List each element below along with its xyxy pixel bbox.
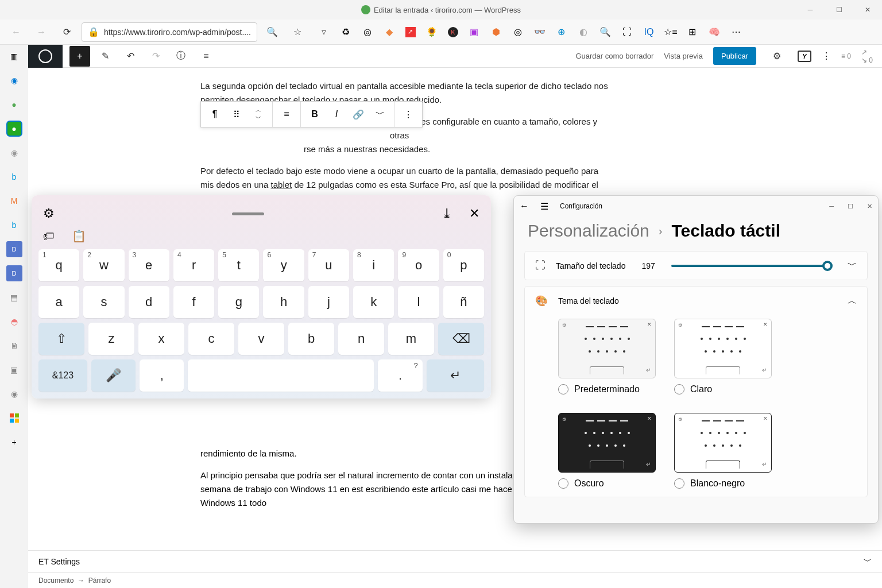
settings-back-icon[interactable]: ← — [520, 201, 529, 211]
tab-6-icon[interactable]: M — [6, 193, 22, 209]
theme-white-black[interactable]: ⚙✕ ↵ Blanco-negro — [674, 413, 772, 489]
undo-button[interactable]: ↶ — [120, 46, 141, 67]
key-a[interactable]: a — [38, 286, 79, 318]
key-u[interactable]: 7u — [308, 249, 349, 281]
key-q[interactable]: 1q — [38, 249, 79, 281]
key-comma[interactable]: , — [140, 359, 184, 392]
tabs-toggle-icon[interactable]: ▥ — [6, 48, 22, 64]
key-o[interactable]: 9o — [398, 249, 439, 281]
paragraph-type-icon[interactable]: ¶ — [206, 105, 224, 123]
expand-chevron-icon[interactable]: ﹀ — [848, 260, 857, 272]
more-options-icon[interactable]: ⋮ — [822, 51, 831, 61]
settings-maximize-button[interactable]: ☐ — [848, 203, 853, 210]
key-c[interactable]: c — [188, 323, 234, 355]
tab-12-icon[interactable]: 🗎 — [6, 338, 22, 354]
key-period[interactable]: ?. — [378, 359, 422, 392]
wp-logo[interactable] — [28, 45, 63, 68]
theme-default[interactable]: ⚙✕ ↵ Predeterminado — [558, 319, 656, 394]
extensions-icon[interactable]: ⊞ — [687, 26, 698, 38]
key-s[interactable]: s — [83, 286, 124, 318]
key-g[interactable]: g — [218, 286, 259, 318]
key-symnum[interactable]: &123 — [38, 359, 87, 392]
pocket-icon[interactable]: ▿ — [318, 26, 330, 38]
tab-13-icon[interactable]: ▣ — [6, 362, 22, 378]
new-tab-button[interactable]: + — [6, 434, 22, 450]
edit-tool-icon[interactable]: ✎ — [95, 46, 115, 67]
key-e[interactable]: 3e — [129, 249, 169, 281]
keyboard-close-icon[interactable]: ✕ — [469, 206, 479, 221]
recycle-icon[interactable]: ♻ — [340, 26, 351, 38]
preview-button[interactable]: Vista previa — [664, 52, 703, 60]
slider-thumb[interactable] — [822, 261, 833, 271]
collapse-chevron-icon[interactable]: ︿ — [848, 295, 857, 307]
key-i[interactable]: 8i — [353, 249, 394, 281]
close-button[interactable]: ✕ — [853, 0, 882, 20]
ext-icon-1[interactable]: ◎ — [362, 26, 373, 38]
bold-button[interactable]: B — [305, 105, 324, 123]
ext-icon-12[interactable]: 🔍 — [599, 26, 611, 38]
key-enter[interactable]: ↵ — [427, 359, 484, 392]
tab-10-icon[interactable]: ▤ — [6, 289, 22, 305]
yoast-icon[interactable]: Y — [798, 51, 811, 62]
maximize-button[interactable]: ☐ — [825, 0, 853, 20]
key-t[interactable]: 5t — [218, 249, 259, 281]
key-j[interactable]: j — [308, 286, 349, 318]
search-icon[interactable]: 🔍 — [262, 22, 283, 42]
collections-icon[interactable]: ☆≡ — [665, 26, 676, 38]
tab-8-icon[interactable]: D — [6, 241, 22, 257]
ext-icon-10[interactable]: ⊕ — [556, 26, 567, 38]
key-m[interactable]: m — [388, 323, 434, 355]
redo-button[interactable]: ↷ — [145, 46, 166, 67]
ext-icon-8[interactable]: ◎ — [512, 26, 524, 38]
keyboard-drag-handle[interactable] — [232, 212, 264, 215]
url-bar[interactable]: 🔒 https://www.tiroriro.com/wp-admin/post… — [82, 22, 257, 42]
keyboard-settings-icon[interactable]: ⚙ — [43, 206, 55, 221]
add-block-button[interactable]: + — [69, 46, 90, 67]
key-h[interactable]: h — [263, 286, 304, 318]
settings-minimize-button[interactable]: ─ — [829, 203, 834, 210]
theme-light[interactable]: ⚙✕ ↵ Claro — [674, 319, 772, 394]
keyboard-clipboard-icon[interactable]: 📋 — [72, 229, 86, 243]
et-settings-row[interactable]: ET Settings ﹀ — [28, 551, 882, 573]
radio-dark[interactable] — [558, 478, 568, 489]
key-l[interactable]: l — [398, 286, 439, 318]
tab-14-icon[interactable]: ◉ — [6, 386, 22, 402]
back-button[interactable]: ← — [6, 22, 26, 42]
key-x[interactable]: x — [138, 323, 184, 355]
theme-dark[interactable]: ⚙✕ ↵ Oscuro — [558, 413, 656, 489]
key-n[interactable]: n — [338, 323, 384, 355]
reload-button[interactable]: ⟳ — [56, 22, 77, 42]
save-draft-button[interactable]: Guardar como borrador — [575, 52, 653, 60]
drag-handle-icon[interactable]: ⠿ — [227, 105, 246, 123]
tab-9-icon[interactable]: D — [6, 265, 22, 281]
menu-icon[interactable]: ⋯ — [730, 26, 742, 38]
key-mic[interactable]: 🎤 — [91, 359, 136, 392]
radio-default[interactable] — [558, 384, 568, 394]
key-d[interactable]: d — [129, 286, 169, 318]
forward-button[interactable]: → — [31, 22, 52, 42]
key-f[interactable]: f — [173, 286, 214, 318]
key-k[interactable]: k — [353, 286, 394, 318]
key-backspace[interactable]: ⌫ — [438, 323, 484, 355]
tab-ms-icon[interactable] — [6, 410, 22, 426]
more-format-icon[interactable]: ﹀ — [371, 105, 389, 123]
key-p[interactable]: 0p — [443, 249, 484, 281]
ext-icon-5[interactable]: K — [448, 27, 458, 37]
keyboard-dock-icon[interactable]: ⤓ — [442, 206, 452, 221]
tab-2-icon[interactable]: ● — [6, 96, 22, 113]
breadcrumb-parent[interactable]: Personalización — [528, 221, 649, 241]
ext-icon-9[interactable]: 👓 — [534, 26, 546, 38]
info-button[interactable]: ⓘ — [171, 46, 191, 67]
tab-edge-icon[interactable]: ◉ — [6, 72, 22, 88]
italic-button[interactable]: I — [327, 105, 346, 123]
ext-icon-6[interactable]: ▣ — [469, 26, 480, 38]
keyboard-favorite-icon[interactable]: 🏷 — [43, 230, 55, 243]
tab-4-icon[interactable]: ◉ — [6, 145, 22, 161]
minimize-button[interactable]: ─ — [796, 0, 825, 20]
ext-icon-14[interactable]: IQ — [643, 26, 655, 38]
ext-icon-brain[interactable]: 🧠 — [709, 26, 720, 38]
ext-icon-3[interactable]: ↗ — [405, 27, 416, 37]
tab-5-icon[interactable]: b — [6, 169, 22, 185]
key-z[interactable]: z — [88, 323, 134, 355]
block-more-icon[interactable]: ⋮ — [399, 105, 417, 123]
